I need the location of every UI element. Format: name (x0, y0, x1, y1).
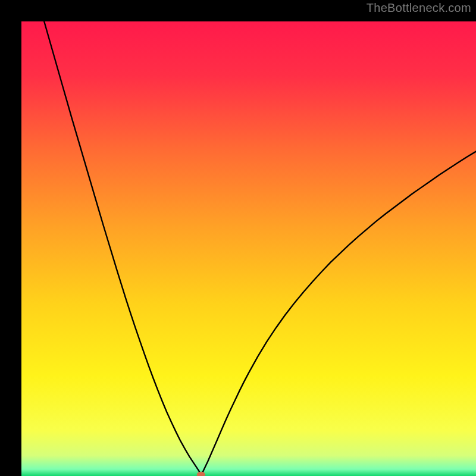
gradient-background (21, 21, 476, 476)
watermark-text: TheBottleneck.com (367, 1, 471, 15)
chart-frame (11, 11, 465, 465)
bottleneck-chart (21, 21, 476, 476)
